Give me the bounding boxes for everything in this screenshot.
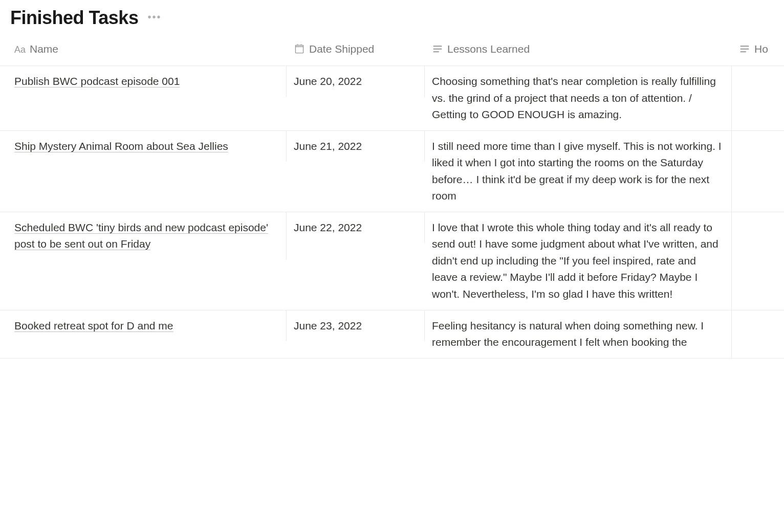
text-lines-icon [432,43,443,55]
column-label: Name [30,43,58,55]
column-header-date[interactable]: Date Shipped [287,39,425,59]
task-title-link[interactable]: Publish BWC podcast episode 001 [14,75,180,87]
table-row[interactable]: Booked retreat spot for D and me June 23… [0,311,784,359]
column-label: Lessons Learned [447,43,530,55]
column-header-how[interactable]: Ho [732,39,784,59]
svg-text:Aa: Aa [14,45,26,55]
cell-lessons[interactable]: I still need more time than I give mysel… [425,131,732,212]
column-label: Ho [754,43,768,55]
cell-how[interactable] [732,131,784,145]
cell-how[interactable] [732,66,784,80]
column-header-name[interactable]: Aa Name [0,39,287,59]
cell-date[interactable]: June 21, 2022 [287,131,425,162]
cell-lessons[interactable]: Choosing something that's near completio… [425,66,732,130]
table-header-row: Aa Name Date Shipped Lessons Learned Ho [0,39,784,66]
title-property-icon: Aa [14,43,26,55]
task-title-link[interactable]: Booked retreat spot for D and me [14,320,173,332]
task-title-link[interactable]: Scheduled BWC 'tiny birds and new podcas… [14,221,268,251]
calendar-icon [294,43,305,55]
page-header: Finished Tasks ••• [0,0,784,39]
page-title[interactable]: Finished Tasks [10,7,138,29]
column-header-lessons[interactable]: Lessons Learned [425,39,732,59]
table-row[interactable]: Publish BWC podcast episode 001 June 20,… [0,66,784,131]
cell-how[interactable] [732,212,784,227]
table-row[interactable]: Ship Mystery Animal Room about Sea Jelli… [0,131,784,212]
cell-name[interactable]: Booked retreat spot for D and me [0,311,287,342]
cell-lessons[interactable]: Feeling hesitancy is natural when doing … [425,311,732,358]
cell-how[interactable] [732,311,784,325]
cell-lessons[interactable]: I love that I wrote this whole thing tod… [425,212,732,310]
cell-name[interactable]: Publish BWC podcast episode 001 [0,66,287,97]
task-title-link[interactable]: Ship Mystery Animal Room about Sea Jelli… [14,140,228,152]
cell-date[interactable]: June 23, 2022 [287,311,425,342]
table-row[interactable]: Scheduled BWC 'tiny birds and new podcas… [0,212,784,311]
cell-date[interactable]: June 22, 2022 [287,212,425,243]
text-lines-icon [739,43,750,55]
more-options-icon[interactable]: ••• [147,12,161,24]
tasks-table: Aa Name Date Shipped Lessons Learned Ho … [0,39,784,359]
cell-name[interactable]: Scheduled BWC 'tiny birds and new podcas… [0,212,287,260]
column-label: Date Shipped [309,43,374,55]
cell-name[interactable]: Ship Mystery Animal Room about Sea Jelli… [0,131,287,162]
cell-date[interactable]: June 20, 2022 [287,66,425,97]
